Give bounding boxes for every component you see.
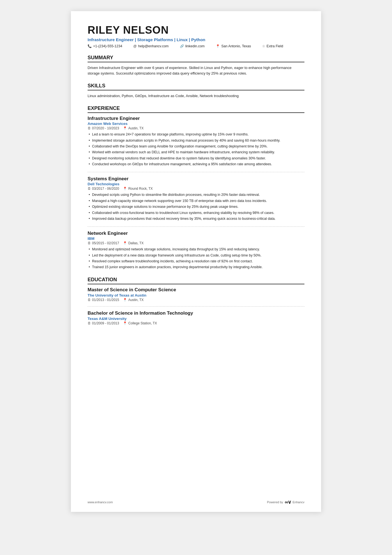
bullet-item: Improved data backup procedures that red… [88, 216, 304, 221]
candidate-name: RILEY NELSON [88, 24, 304, 36]
calendar-icon-3: 🗓 [88, 241, 91, 245]
enhancv-logo-icon: ∞∨ [285, 499, 291, 505]
enhancv-branding: Powered by ∞∨ Enhancv [267, 499, 304, 505]
job-title-2: Systems Engineer [88, 176, 304, 182]
bullet-item: Monitored and optimized network storage … [88, 247, 304, 252]
job-location-2: 📍 Round Rock, TX [123, 187, 153, 191]
job-block-3: Network Engineer IBM 🗓 05/2015 - 02/2017… [88, 231, 304, 270]
job-divider-1 [88, 172, 304, 172]
job-bullets-2: Developed scripts using Python to stream… [88, 192, 304, 221]
bullet-item: Designed monitoring solutions that reduc… [88, 156, 304, 161]
calendar-icon-2: 🗓 [88, 187, 91, 191]
job-dates-1: 🗓 07/2020 - 10/2023 [88, 126, 119, 130]
bullet-item: Collaborated with cross-functional teams… [88, 210, 304, 216]
link-icon: 🔗 [180, 44, 184, 48]
job-meta-1: 🗓 07/2020 - 10/2023 📍 Austin, TX [88, 126, 304, 130]
edu-divider [88, 306, 304, 307]
education-title: EDUCATION [88, 277, 304, 284]
bullet-item: Led the deployment of a new data storage… [88, 253, 304, 258]
job-location-3: 📍 Dallas, TX [123, 241, 143, 245]
location-icon-2: 📍 [123, 187, 127, 191]
job-block-2: Systems Engineer Dell Technologies 🗓 03/… [88, 176, 304, 221]
calendar-icon-edu-2: 🗓 [88, 321, 91, 325]
bullet-item: Developed scripts using Python to stream… [88, 192, 304, 198]
job-location-1: 📍 Austin, TX [123, 126, 143, 130]
footer-website: www.enhancv.com [88, 500, 113, 504]
bullet-item: Managed a high-capacity storage network … [88, 198, 304, 204]
job-title-1: Infrastructure Engineer [88, 116, 304, 121]
edu-degree-1: Master of Science in Computer Science [88, 287, 304, 293]
edu-degree-2: Bachelor of Science in Information Techn… [88, 310, 304, 316]
location-icon-edu-1: 📍 [123, 298, 127, 302]
job-bullets-1: Led a team to ensure 24×7 operations for… [88, 132, 304, 167]
footer: www.enhancv.com Powered by ∞∨ Enhancv [88, 499, 304, 505]
location-icon-edu-2: 📍 [123, 321, 127, 325]
summary-section: SUMMARY Driven Infrastructure Engineer w… [88, 55, 304, 76]
bullet-item: Resolved complex software troubleshootin… [88, 259, 304, 264]
header: RILEY NELSON Infrastructure Engineer | S… [88, 24, 304, 48]
contact-linkedin[interactable]: 🔗 linkedin.com [180, 44, 205, 48]
job-title-3: Network Engineer [88, 231, 304, 236]
edu-dates-1: 🗓 01/2013 - 01/2015 [88, 298, 119, 302]
contact-row: 📞 +1-(234)-555-1234 @ help@enhancv.com 🔗… [88, 44, 304, 48]
job-company-3: IBM [88, 236, 304, 241]
bullet-item: Trained 15 junior engineers in automatio… [88, 265, 304, 270]
candidate-title: Infrastructure Engineer | Storage Platfo… [88, 37, 304, 42]
bullet-item: Conducted workshops on GitOps for infras… [88, 162, 304, 167]
edu-school-2: Texas A&M University [88, 317, 304, 321]
contact-extra: ☆ Extra Field [262, 44, 283, 48]
contact-location: 📍 San Antonio, Texas [216, 44, 251, 48]
resume-page: RILEY NELSON Infrastructure Engineer | S… [71, 11, 321, 512]
bullet-item: Implemented storage automation scripts i… [88, 138, 304, 143]
skills-title: SKILLS [88, 83, 304, 90]
education-section: EDUCATION Master of Science in Computer … [88, 277, 304, 325]
skills-section: SKILLS Linux administration, Python, Git… [88, 83, 304, 99]
job-dates-2: 🗓 03/2017 - 06/2020 [88, 187, 119, 191]
job-dates-3: 🗓 05/2015 - 02/2017 [88, 241, 119, 245]
location-icon-1: 📍 [123, 126, 127, 130]
bullet-item: Led a team to ensure 24×7 operations for… [88, 132, 304, 137]
contact-email: @ help@enhancv.com [133, 44, 169, 48]
calendar-icon-edu-1: 🗓 [88, 298, 91, 302]
experience-title: EXPERIENCE [88, 105, 304, 113]
edu-location-1: 📍 Austin, TX [123, 298, 143, 302]
bullet-item: Collaborated with the DevOps team using … [88, 144, 304, 149]
job-meta-2: 🗓 03/2017 - 06/2020 📍 Round Rock, TX [88, 187, 304, 191]
job-company-1: Amazon Web Services [88, 122, 304, 126]
job-block-1: Infrastructure Engineer Amazon Web Servi… [88, 116, 304, 167]
summary-text: Driven Infrastructure Engineer with over… [88, 65, 304, 76]
edu-meta-2: 🗓 01/2009 - 01/2013 📍 College Station, T… [88, 321, 304, 325]
edu-location-2: 📍 College Station, TX [123, 321, 157, 325]
job-divider-2 [88, 226, 304, 227]
job-company-2: Dell Technologies [88, 182, 304, 186]
experience-section: EXPERIENCE Infrastructure Engineer Amazo… [88, 105, 304, 270]
brand-name: Enhancv [292, 500, 304, 504]
job-meta-3: 🗓 05/2015 - 02/2017 📍 Dallas, TX [88, 241, 304, 245]
skills-text: Linux administration, Python, GitOps, In… [88, 93, 304, 99]
location-icon-3: 📍 [123, 241, 127, 245]
phone-icon: 📞 [88, 44, 92, 48]
location-icon: 📍 [216, 44, 220, 48]
bullet-item: Worked with external vendors such as DEL… [88, 150, 304, 155]
contact-phone: 📞 +1-(234)-555-1234 [88, 44, 122, 48]
powered-by-text: Powered by [267, 500, 283, 504]
edu-school-1: The University of Texas at Austin [88, 293, 304, 297]
job-bullets-3: Monitored and optimized network storage … [88, 247, 304, 270]
edu-block-1: Master of Science in Computer Science Th… [88, 287, 304, 302]
bullet-item: Optimized existing storage solutions to … [88, 204, 304, 209]
edu-block-2: Bachelor of Science in Information Techn… [88, 310, 304, 325]
edu-meta-1: 🗓 01/2013 - 01/2015 📍 Austin, TX [88, 298, 304, 302]
edu-dates-2: 🗓 01/2009 - 01/2013 [88, 321, 119, 325]
star-icon: ☆ [262, 44, 265, 48]
email-icon: @ [133, 44, 137, 48]
summary-title: SUMMARY [88, 55, 304, 62]
calendar-icon-1: 🗓 [88, 126, 91, 130]
